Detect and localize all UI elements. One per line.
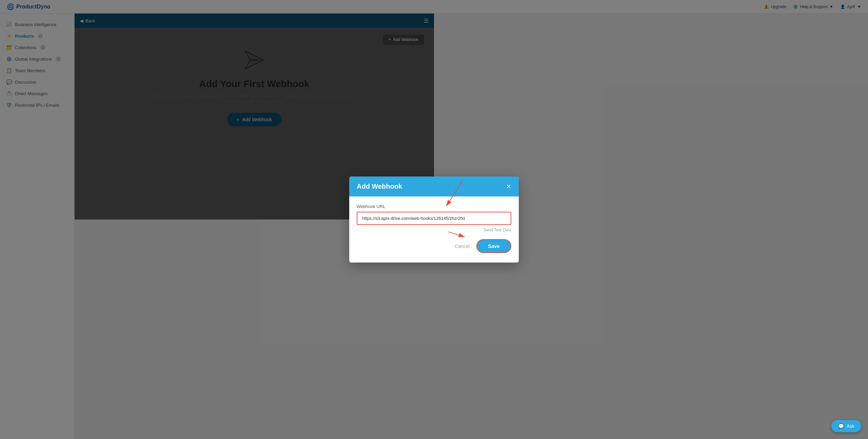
- webhook-url-label: Webhook URL: [357, 204, 434, 209]
- modal-title: Add Webhook: [357, 183, 402, 190]
- add-webhook-modal: Add Webhook ✕ Webhook URL Send Test Data…: [349, 176, 434, 220]
- webhook-url-input[interactable]: [357, 212, 434, 220]
- modal-overlay: Add Webhook ✕ Webhook URL Send Test Data…: [0, 0, 434, 220]
- modal-body: Webhook URL Send Test Data Cancel Save: [349, 196, 434, 220]
- modal-header: Add Webhook ✕: [349, 176, 434, 196]
